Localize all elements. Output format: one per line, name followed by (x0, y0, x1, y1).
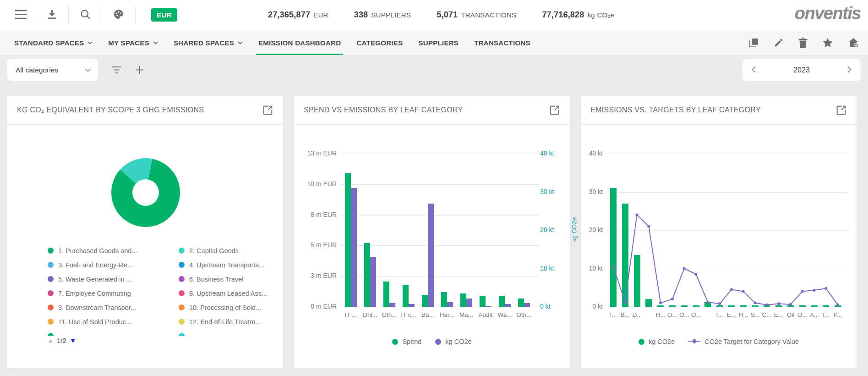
header-stats: 27,365,877EUR338SUPPLIERS5,071TRANSACTIO… (268, 0, 614, 30)
legend-label: 11. Use of Sold Produc... (58, 318, 131, 326)
tab-transactions[interactable]: TRANSACTIONS (466, 30, 538, 55)
legend-label: 2. Capital Goods (189, 247, 239, 254)
legend-item-co2e-target-for-category-value[interactable]: CO2e Target for Category Value (688, 338, 799, 345)
legend-dot (48, 262, 54, 268)
legend-dot (179, 276, 185, 282)
chevron-down-icon (238, 41, 243, 44)
legend-item-14[interactable] (179, 329, 284, 336)
gridline (339, 154, 539, 154)
menu-icon[interactable] (15, 10, 27, 21)
y2-axis-tick-label: 0 kt (540, 303, 551, 310)
chart-legend: Spendkg CO2e (294, 338, 570, 345)
target-line (607, 154, 844, 307)
add-dashboard-icon[interactable] (848, 37, 859, 48)
theme-palette-icon[interactable] (113, 9, 124, 21)
legend-item-4[interactable]: 4. Upstream Transporta... (179, 258, 284, 272)
stat-suppliers: 338SUPPLIERS (354, 10, 411, 20)
download-icon[interactable] (47, 9, 57, 21)
legend-label: 4. Upstream Transporta... (189, 261, 264, 269)
legend-item-spend[interactable]: Spend (392, 338, 421, 345)
bar-spend-6 (441, 292, 447, 307)
legend-dot (639, 339, 644, 345)
legend-item-11[interactable]: 11. Use of Sold Produc... (48, 315, 179, 329)
tab-shared-spaces[interactable]: SHARED SPACES (166, 30, 251, 55)
copy-icon[interactable] (748, 38, 759, 48)
chart-legend: kg CO2eCO2e Target for Category Value (581, 338, 857, 345)
y-axis-tick-label: 0 m EUR (297, 303, 337, 310)
favorite-icon[interactable] (822, 38, 833, 48)
legend-label: 3. Fuel- and Energy-Re... (58, 261, 133, 269)
bar-co2-2 (370, 257, 376, 307)
filter-icon[interactable] (112, 66, 121, 74)
legend-item-2[interactable]: 2. Capital Goods (179, 243, 284, 258)
legend-item-3[interactable]: 3. Fuel- and Energy-Re... (48, 258, 179, 272)
legend-dot (435, 339, 441, 345)
legend-item-13[interactable] (48, 329, 179, 336)
category-filter-select[interactable]: All categories (7, 59, 98, 81)
y-axis-tick-label: 10 m EUR (297, 180, 337, 188)
legend-item-5[interactable]: 5. Waste Generated in ... (48, 272, 179, 286)
y2-axis-tick-label: 20 kt (540, 226, 554, 233)
spend-emissions-chart: 13 m EUR10 m EUR8 m EUR5 m EUR3 m EUR0 m… (294, 96, 570, 368)
gridline (339, 184, 539, 185)
legend-item-7[interactable]: 7. Employee Commuting (48, 286, 179, 300)
next-year-icon[interactable] (847, 66, 852, 74)
delete-icon[interactable] (798, 38, 808, 48)
y-axis-tick-label: 10 kt (563, 265, 603, 272)
bar-spend-8 (480, 296, 486, 307)
search-icon[interactable] (80, 9, 91, 21)
legend-page-indicator: 1/2 (57, 337, 66, 344)
stat-eur: 27,365,877EUR (268, 10, 328, 20)
header-icon-group: EUR (0, 0, 177, 30)
legend-item-kg-co2e[interactable]: kg CO2e (639, 338, 675, 345)
line-marker-icon (688, 338, 700, 345)
card-emissions-vs-targets: EMISSIONS VS. TARGETS BY LEAF CATEGORY 4… (580, 95, 857, 369)
currency-badge[interactable]: EUR (151, 8, 177, 22)
legend-item-8[interactable]: 8. Upstream Leased Ass... (179, 286, 284, 300)
tab-categories[interactable]: CATEGORIES (349, 30, 410, 55)
tab-my-spaces[interactable]: MY SPACES (100, 30, 166, 55)
legend-dot (179, 319, 185, 325)
x-axis-label: P... (829, 311, 847, 318)
stat-kg-co-e: 77,716,828kg CO₂e (542, 10, 614, 20)
chevron-down-icon (85, 68, 91, 72)
legend-item-10[interactable]: 10. Processing of Sold... (179, 300, 284, 315)
bar-spend-2 (364, 243, 370, 307)
x-axis-label: D... (628, 311, 646, 318)
tab-emission-dashboard[interactable]: EMISSION DASHBOARD (251, 30, 349, 55)
tab-label: EMISSION DASHBOARD (258, 39, 341, 47)
open-in-new-icon[interactable] (262, 105, 273, 116)
tab-standard-spaces[interactable]: STANDARD SPACES (6, 30, 100, 55)
nav-action-icons (748, 30, 859, 55)
y-axis-tick-label: 8 m EUR (297, 211, 337, 218)
legend-dot (179, 333, 185, 336)
y-axis-tick-label: 5 m EUR (297, 241, 337, 249)
primary-nav: STANDARD SPACESMY SPACESSHARED SPACESEMI… (0, 30, 868, 55)
bar-spend-5 (422, 295, 428, 307)
legend-item-9[interactable]: 9. Downstream Transpor... (48, 300, 179, 315)
legend-page-down-icon[interactable]: ▼ (70, 337, 76, 344)
edit-icon[interactable] (774, 38, 784, 48)
legend-item-12[interactable]: 12. End-of-Life Treatm... (179, 315, 284, 329)
y-axis-tick-label: 40 kt (563, 149, 603, 157)
legend-page-up-icon[interactable]: ▲ (48, 337, 54, 344)
bar-spend-10 (518, 299, 524, 307)
bar-co2-5 (428, 204, 434, 307)
legend-label: 10. Processing of Sold... (189, 304, 261, 311)
legend-item-6[interactable]: 6. Business Travel (179, 272, 284, 286)
stat-unit: EUR (313, 11, 328, 19)
y-axis-tick-label: 20 kt (563, 226, 603, 233)
donut-chart[interactable] (111, 158, 180, 227)
tab-suppliers[interactable]: SUPPLIERS (410, 30, 466, 55)
year-selector: 2023 (742, 59, 861, 81)
legend-dot (392, 339, 398, 345)
add-icon[interactable] (135, 66, 144, 74)
stat-value: 27,365,877 (268, 10, 310, 20)
bar-co2-1 (351, 188, 357, 307)
legend-item-1[interactable]: 1. Purchased Goods and... (48, 243, 179, 258)
legend-label: 8. Upstream Leased Ass... (189, 290, 267, 297)
legend-item-kg-co2e[interactable]: kg CO2e (435, 338, 471, 345)
previous-year-icon[interactable] (752, 66, 756, 74)
card-spend-vs-emissions: SPEND VS EMISSIONS BY LEAF CATEGORY 13 m… (294, 95, 570, 369)
category-filter-value: All categories (16, 66, 58, 74)
